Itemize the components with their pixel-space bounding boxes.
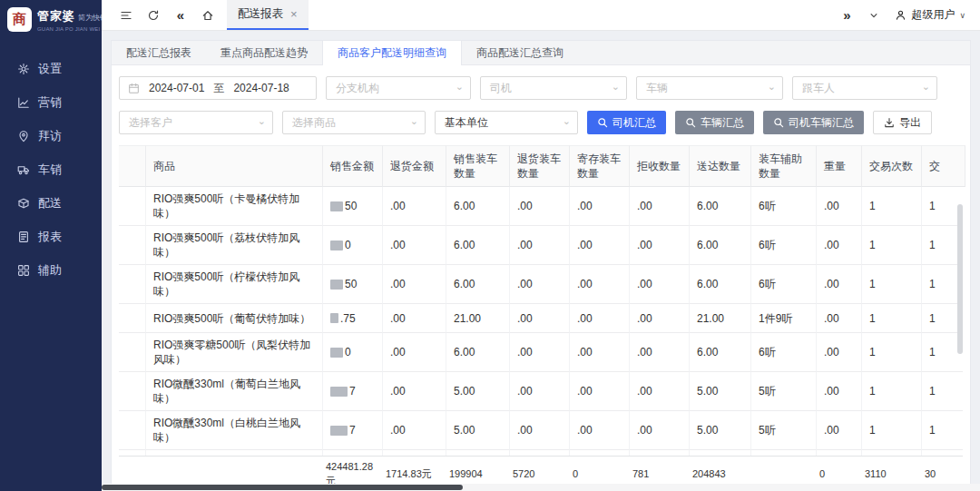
report-card: 配送汇总报表重点商品配送趋势商品客户配送明细查询商品配送汇总查询 2024-07…	[111, 40, 971, 491]
sales-amount-visible: 50	[345, 277, 357, 291]
row-select-cell[interactable]	[119, 304, 146, 333]
close-tab-icon[interactable]: ×	[290, 8, 298, 20]
collapse-menu-icon[interactable]	[113, 0, 140, 30]
rejected-cell: .00	[630, 226, 690, 265]
sales-amount-cell: 7	[323, 372, 383, 411]
date-range-picker[interactable]: 2024-07-01 至 2024-07-18	[119, 76, 317, 100]
column-header: 退货金额	[383, 145, 446, 187]
sales-amount-cell: .75	[323, 304, 383, 333]
export-label: 导出	[899, 115, 921, 131]
column-header: 交易次数	[862, 145, 922, 187]
topbar-tab-delivery-report[interactable]: 配送报表 ×	[227, 0, 309, 30]
product-name-cell: RIO强爽零糖500听（凤梨伏特加风味）	[146, 333, 323, 372]
vertical-scrollbar[interactable]	[957, 188, 963, 456]
driver-select[interactable]: 司机⌄	[480, 76, 627, 100]
chevron-down-icon: ⌄	[410, 115, 418, 127]
row-select-cell[interactable]	[119, 187, 146, 226]
sidebar-item-settings[interactable]: 设置	[0, 52, 102, 85]
rejected-cell: .00	[630, 411, 690, 450]
weight-cell: .00	[817, 187, 862, 226]
vertical-scrollbar-thumb[interactable]	[957, 204, 963, 354]
date-end-value[interactable]: 2024-07-18	[233, 82, 289, 94]
sales-amount-cell: 50	[323, 187, 383, 226]
chevron-down-icon: ⌄	[563, 115, 571, 127]
brand-logo: 商 管家婆 简为快销 GUAN JIA PO JIAN WEI KUAI XIA…	[0, 0, 102, 41]
table-row[interactable]: RIO微醺330ml（葡萄白兰地风味）7.005.00.00.00.005.00…	[119, 372, 963, 411]
vehicle-summary-label: 车辆汇总	[701, 115, 744, 131]
vehicle-summary-button[interactable]: 车辆汇总	[675, 111, 754, 134]
sales-load-cell: 6.00	[446, 187, 510, 226]
row-select-cell[interactable]	[119, 411, 146, 450]
weight-cell: .00	[817, 226, 862, 265]
date-start-value[interactable]: 2024-07-01	[149, 82, 204, 94]
vehicle-select[interactable]: 车辆⌄	[636, 76, 783, 100]
transactions-cell: 1	[862, 372, 922, 411]
sidebar-item-visit[interactable]: 拜访	[0, 119, 102, 152]
table-row[interactable]: RIO强爽500听（柠檬伏特加风味）50.006.00.00.00.006.00…	[119, 265, 963, 304]
select-placeholder: 选择客户	[129, 115, 172, 131]
transactions-cell: 1	[862, 333, 922, 372]
sidebar-item-delivery[interactable]: 配送	[0, 186, 102, 220]
tab-delivery-summary-report[interactable]: 配送汇总报表	[112, 41, 206, 64]
table-row[interactable]: RIO强爽500听（葡萄伏特加味）.75.0021.00.00.00.0021.…	[119, 304, 963, 333]
table-row[interactable]: RIO微醺330ml（白桃白兰地风味）7.005.00.00.00.005.00…	[119, 411, 963, 450]
filter-row-1: 2024-07-01 至 2024-07-18 分支机构⌄司机⌄车辆⌄跟车人⌄	[119, 76, 963, 100]
package-box-icon	[17, 197, 30, 210]
column-header: 退货装车数量	[510, 145, 570, 187]
unit-select[interactable]: 基本单位 ⌄	[435, 111, 578, 134]
sidebar-item-marketing[interactable]: 营销	[0, 85, 102, 119]
report-document-icon	[17, 231, 30, 243]
select-all-cell[interactable]	[119, 145, 146, 187]
driver-summary-label: 司机汇总	[612, 115, 656, 131]
sales-load-cell: 5.00	[446, 411, 510, 450]
driver-vehicle-summary-button[interactable]: 司机车辆汇总	[763, 111, 864, 134]
sidebar-item-label: 营销	[38, 94, 62, 111]
brand-title: 管家婆	[37, 8, 75, 25]
sales-amount-visible: 0	[345, 345, 351, 359]
refresh-icon[interactable]	[140, 0, 167, 30]
horizontal-scrollbar-thumb[interactable]	[102, 485, 463, 490]
chevron-down-icon: ⌄	[456, 81, 464, 93]
sidebar-item-reports[interactable]: 报表	[0, 220, 102, 253]
tab-key-product-delivery-trend[interactable]: 重点商品配送趋势	[206, 41, 322, 64]
forward-double-chevron-icon[interactable]: »	[833, 7, 860, 23]
chevron-down-icon[interactable]	[860, 10, 887, 21]
table-row[interactable]: RIO强爽零糖500听（凤梨伏特加风味）0.006.00.00.00.006.0…	[119, 333, 963, 372]
return-load-cell: .00	[510, 333, 570, 372]
branch-select[interactable]: 分支机构⌄	[326, 76, 471, 100]
return-amount-cell: .00	[383, 265, 446, 304]
product-select[interactable]: 选择商品⌄	[282, 111, 426, 134]
user-name: 超级用户	[911, 7, 955, 23]
sidebar-item-assist[interactable]: 辅助	[0, 253, 102, 287]
search-icon	[685, 117, 696, 128]
tab-product-customer-delivery-detail[interactable]: 商品客户配送明细查询	[322, 41, 462, 65]
user-menu[interactable]: 超级用户 ∨	[895, 7, 965, 23]
return-load-cell: .00	[510, 304, 570, 333]
sidebar-item-vehicle-sales[interactable]: 车销	[0, 152, 102, 186]
driver-summary-button[interactable]: 司机汇总	[587, 111, 666, 134]
chevron-down-icon: ⌄	[612, 81, 620, 93]
tab-product-delivery-summary[interactable]: 商品配送汇总查询	[462, 41, 578, 64]
row-select-cell[interactable]	[119, 372, 146, 411]
topbar-tab-label: 配送报表	[238, 6, 283, 22]
table-body: RIO强爽500听（卡曼橘伏特加味）50.006.00.00.00.006.00…	[119, 187, 963, 456]
search-icon	[597, 117, 608, 128]
row-select-cell[interactable]	[119, 333, 146, 372]
row-select-cell[interactable]	[119, 226, 146, 265]
weight-cell: .00	[817, 411, 862, 450]
table-row[interactable]: RIO强爽500听（卡曼橘伏特加味）50.006.00.00.00.006.00…	[119, 187, 963, 226]
home-icon[interactable]	[194, 0, 221, 30]
horizontal-scrollbar[interactable]	[102, 484, 980, 491]
search-icon	[773, 117, 784, 128]
deposit-load-cell: .00	[570, 333, 630, 372]
back-double-chevron-icon[interactable]: «	[167, 0, 194, 30]
sales-amount-cell: 0	[323, 226, 383, 265]
customer-select[interactable]: 选择客户⌄	[119, 111, 273, 134]
sales-amount-visible: 0	[345, 238, 351, 252]
follower-select[interactable]: 跟车人⌄	[792, 76, 937, 100]
table-row[interactable]: RIO强爽500听（荔枝伏特加风味）0.006.00.00.00.006.006…	[119, 226, 963, 265]
row-select-cell[interactable]	[119, 265, 146, 304]
export-button[interactable]: 导出	[873, 111, 932, 134]
product-name-cell: RIO强爽500听（卡曼橘伏特加味）	[146, 187, 323, 226]
trend-chart-icon	[17, 96, 30, 109]
